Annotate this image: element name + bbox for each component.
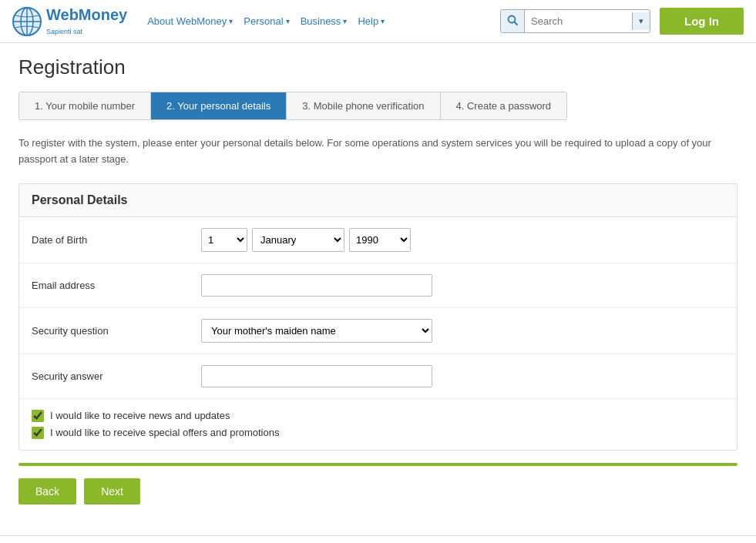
nav-about-arrow: ▾ [229,17,233,25]
security-answer-label: Security answer [32,370,201,382]
dob-day-select[interactable]: 12345 678910 1112131415 1617181920 21222… [201,228,247,252]
dob-label: Date of Birth [32,234,201,246]
nav-help-arrow: ▾ [381,17,385,25]
search-icon [507,15,518,25]
next-button[interactable]: Next [84,478,140,504]
nav-about[interactable]: About WebMoney ▾ [143,12,237,30]
checkbox-offers[interactable] [32,427,44,439]
logo-icon [12,7,42,36]
step-3[interactable]: 3. Mobile phone verification [287,92,440,119]
security-question-row: Security question Your mother's maiden n… [19,308,737,354]
search-icon-wrap [501,10,525,32]
nav-personal-arrow: ▾ [286,17,290,25]
page-content: Registration 1. Your mobile number 2. Yo… [0,43,756,535]
security-answer-row: Security answer [19,354,737,399]
checkbox-offers-row: I would like to receive special offers a… [32,427,724,439]
security-question-select[interactable]: Your mother's maiden name Your pet's nam… [201,319,432,343]
dob-year-select[interactable]: 1990198919881987 1986198519841983 199119… [349,228,411,252]
nav-business-arrow: ▾ [343,17,347,25]
search-input[interactable] [525,12,632,31]
security-answer-input[interactable] [201,365,432,387]
nav-help[interactable]: Help ▾ [353,12,389,30]
search-dropdown-arrow[interactable]: ▾ [632,12,650,30]
step-4[interactable]: 4. Create a password [441,92,567,119]
green-divider [18,463,738,466]
dob-month-select[interactable]: JanuaryFebruaryMarchApril MayJuneJulyAug… [252,228,344,252]
checkbox-offers-label: I would like to receive special offers a… [50,427,279,438]
checkbox-news-label: I would like to receive news and updates [50,410,230,421]
checkboxes-section: I would like to receive news and updates… [19,399,737,450]
email-row: Email address [19,263,737,308]
dob-controls: 12345 678910 1112131415 1617181920 21222… [201,228,411,252]
button-row: Back Next [18,478,738,504]
logo-area: WebMoney Sapienti sat [12,6,127,36]
personal-details-section: Personal Details Date of Birth 12345 678… [18,183,738,451]
page-title: Registration [18,55,738,79]
steps-bar: 1. Your mobile number 2. Your personal d… [18,92,567,120]
header: WebMoney Sapienti sat About WebMoney ▾ P… [0,0,756,43]
search-box: ▾ [500,9,650,33]
nav-personal[interactable]: Personal ▾ [239,12,294,30]
security-question-label: Security question [32,325,201,337]
checkbox-news-row: I would like to receive news and updates [32,410,724,422]
step-2[interactable]: 2. Your personal details [151,92,287,119]
email-label: Email address [32,280,201,291]
step-1[interactable]: 1. Your mobile number [19,92,151,119]
page-description: To register with the system, please ente… [18,136,738,168]
email-input[interactable] [201,274,432,297]
form-section: Date of Birth 12345 678910 1112131415 16… [18,216,738,451]
back-button[interactable]: Back [18,478,76,504]
login-button[interactable]: Log In [660,8,744,35]
checkbox-news[interactable] [32,410,44,422]
main-nav: About WebMoney ▾ Personal ▾ Business ▾ H… [143,12,500,30]
logo-brand: WebMoney [46,6,127,23]
section-title: Personal Details [18,183,738,216]
dob-row: Date of Birth 12345 678910 1112131415 16… [19,217,737,263]
logo-text-area: WebMoney Sapienti sat [46,6,127,36]
footer: The WEBMONEY and WEBMONEY TRANSFER trade… [0,535,756,543]
logo-sub: Sapienti sat [46,28,82,35]
svg-line-6 [515,22,518,25]
nav-business[interactable]: Business ▾ [296,12,352,30]
